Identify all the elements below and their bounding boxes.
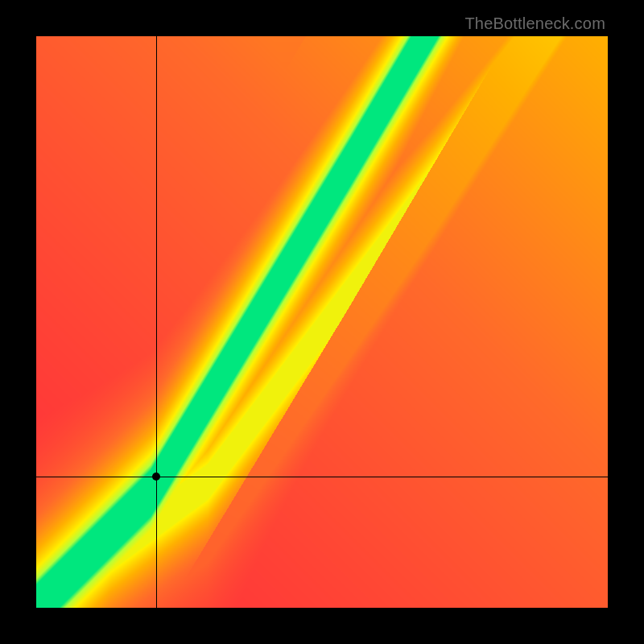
heatmap-plot — [36, 36, 608, 608]
chart-frame: TheBottleneck.com — [0, 0, 644, 644]
heatmap-canvas — [36, 36, 608, 608]
watermark-text: TheBottleneck.com — [464, 14, 605, 33]
